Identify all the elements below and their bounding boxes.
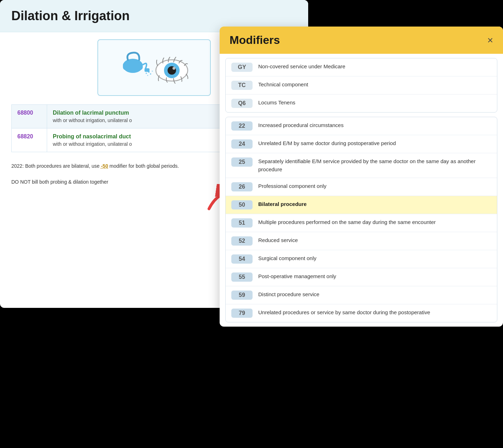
modifier-code-22: 22: [231, 121, 253, 131]
modifier-code-52: 52: [231, 236, 253, 246]
modifier-desc-gy: Non-covered service under Medicare: [258, 63, 345, 71]
modifier-row-54[interactable]: 54 Surgical component only: [226, 250, 497, 268]
proc-code-1: 68800: [12, 105, 47, 128]
modifier-desc-54: Surgical component only: [258, 254, 316, 263]
modifier-row-25[interactable]: 25 Separately identifiable E/M service p…: [226, 153, 497, 178]
modifier-row-tc[interactable]: TC Technical component: [226, 76, 497, 94]
svg-point-7: [147, 75, 148, 76]
illustration-area: [97, 39, 211, 96]
modifier-group-2: 22 Increased procedural circumstances 24…: [225, 117, 497, 322]
modifiers-title: Modifiers: [230, 34, 280, 47]
svg-point-4: [150, 73, 151, 75]
modifier-desc-55: Post-operative management only: [258, 272, 336, 281]
modifiers-body: GY Non-covered service under Medicare TC…: [220, 58, 503, 322]
proc-code-2: 68820: [12, 128, 47, 152]
modifier-code-25: 25: [231, 157, 253, 167]
modifier-code-50: 50: [231, 200, 253, 209]
modifier-desc-q6: Locums Tenens: [258, 99, 295, 107]
modifier-code-24: 24: [231, 139, 253, 149]
modifier-desc-51: Multiple procedures performed on the sam…: [258, 218, 436, 226]
modifier-row-50[interactable]: 50 Bilateral procedure: [226, 196, 497, 214]
modifier-desc-24: Unrelated E/M by same doctor during post…: [258, 139, 396, 148]
modifier-desc-22: Increased procedural circumstances: [258, 121, 344, 130]
eye-illustration: [115, 46, 193, 89]
modifier-link[interactable]: -50: [101, 163, 108, 169]
modifier-code-26: 26: [231, 182, 253, 191]
modifier-row-79[interactable]: 79 Unrelated procedures or service by sa…: [226, 304, 497, 322]
page-title: Dilation & Irrigation: [11, 8, 297, 23]
modifier-desc-79: Unrelated procedures or service by same …: [258, 309, 430, 317]
close-button[interactable]: ×: [487, 35, 493, 45]
modifiers-header: Modifiers ×: [220, 27, 503, 54]
modifier-desc-25: Separately identifiable E/M service prov…: [258, 157, 491, 173]
modifier-desc-tc: Technical component: [258, 81, 308, 89]
modifier-row-gy[interactable]: GY Non-covered service under Medicare: [226, 58, 497, 76]
svg-point-11: [173, 67, 175, 70]
modifiers-panel: Modifiers × GY Non-covered service under…: [220, 27, 503, 327]
modifier-code-79: 79: [231, 309, 253, 318]
svg-point-5: [146, 73, 147, 74]
modifier-row-q6[interactable]: Q6 Locums Tenens: [226, 94, 497, 112]
svg-rect-1: [123, 62, 143, 70]
modifier-group-1: GY Non-covered service under Medicare TC…: [225, 58, 497, 113]
modifier-row-22[interactable]: 22 Increased procedural circumstances: [226, 117, 497, 135]
modifier-code-51: 51: [231, 218, 253, 228]
modifier-code-59: 59: [231, 291, 253, 300]
modifier-row-59[interactable]: 59 Distinct procedure service: [226, 286, 497, 304]
modifier-code-tc: TC: [231, 81, 253, 90]
modifier-desc-26: Professional component only: [258, 182, 327, 190]
modifier-row-52[interactable]: 52 Reduced service: [226, 232, 497, 250]
modifier-row-55[interactable]: 55 Post-operative management only: [226, 268, 497, 286]
modifier-desc-50: Bilateral procedure: [258, 200, 307, 208]
svg-point-3: [148, 71, 150, 73]
modifier-row-51[interactable]: 51 Multiple procedures performed on the …: [226, 214, 497, 232]
svg-point-6: [152, 71, 153, 72]
modifier-code-gy: GY: [231, 63, 253, 72]
modifier-code-55: 55: [231, 272, 253, 282]
modifier-code-q6: Q6: [231, 99, 253, 108]
modifier-desc-52: Reduced service: [258, 236, 298, 245]
modifier-row-24[interactable]: 24 Unrelated E/M by same doctor during p…: [226, 135, 497, 153]
modifier-code-54: 54: [231, 254, 253, 264]
modifier-row-26[interactable]: 26 Professional component only: [226, 178, 497, 196]
modifier-desc-59: Distinct procedure service: [258, 291, 320, 299]
